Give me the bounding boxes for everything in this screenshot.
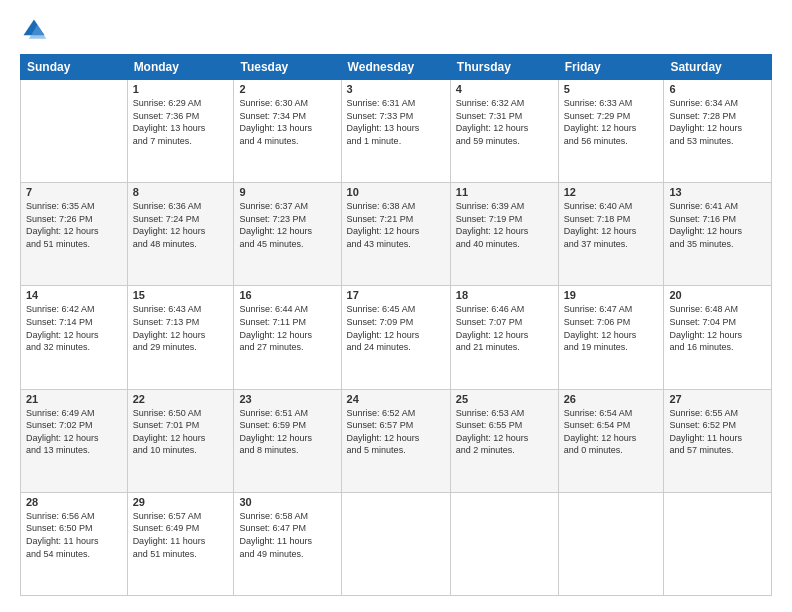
day-info: Sunrise: 6:52 AM Sunset: 6:57 PM Dayligh…	[347, 407, 445, 457]
logo-icon	[20, 16, 48, 44]
calendar-cell: 22Sunrise: 6:50 AM Sunset: 7:01 PM Dayli…	[127, 389, 234, 492]
day-number: 16	[239, 289, 335, 301]
calendar-cell: 18Sunrise: 6:46 AM Sunset: 7:07 PM Dayli…	[450, 286, 558, 389]
calendar-cell: 13Sunrise: 6:41 AM Sunset: 7:16 PM Dayli…	[664, 183, 772, 286]
day-info: Sunrise: 6:36 AM Sunset: 7:24 PM Dayligh…	[133, 200, 229, 250]
day-number: 30	[239, 496, 335, 508]
day-number: 14	[26, 289, 122, 301]
day-info: Sunrise: 6:51 AM Sunset: 6:59 PM Dayligh…	[239, 407, 335, 457]
calendar-cell: 3Sunrise: 6:31 AM Sunset: 7:33 PM Daylig…	[341, 80, 450, 183]
calendar-cell: 19Sunrise: 6:47 AM Sunset: 7:06 PM Dayli…	[558, 286, 664, 389]
calendar-cell: 20Sunrise: 6:48 AM Sunset: 7:04 PM Dayli…	[664, 286, 772, 389]
day-number: 1	[133, 83, 229, 95]
day-number: 27	[669, 393, 766, 405]
calendar-week-row: 28Sunrise: 6:56 AM Sunset: 6:50 PM Dayli…	[21, 492, 772, 595]
day-number: 5	[564, 83, 659, 95]
day-number: 4	[456, 83, 553, 95]
day-number: 22	[133, 393, 229, 405]
weekday-header: Friday	[558, 55, 664, 80]
calendar-cell	[21, 80, 128, 183]
day-number: 9	[239, 186, 335, 198]
day-info: Sunrise: 6:46 AM Sunset: 7:07 PM Dayligh…	[456, 303, 553, 353]
day-number: 12	[564, 186, 659, 198]
day-info: Sunrise: 6:38 AM Sunset: 7:21 PM Dayligh…	[347, 200, 445, 250]
day-number: 24	[347, 393, 445, 405]
day-number: 3	[347, 83, 445, 95]
day-number: 15	[133, 289, 229, 301]
day-info: Sunrise: 6:54 AM Sunset: 6:54 PM Dayligh…	[564, 407, 659, 457]
header	[20, 16, 772, 44]
calendar-cell: 5Sunrise: 6:33 AM Sunset: 7:29 PM Daylig…	[558, 80, 664, 183]
calendar-cell: 9Sunrise: 6:37 AM Sunset: 7:23 PM Daylig…	[234, 183, 341, 286]
day-number: 20	[669, 289, 766, 301]
calendar-cell	[341, 492, 450, 595]
calendar-cell: 11Sunrise: 6:39 AM Sunset: 7:19 PM Dayli…	[450, 183, 558, 286]
calendar-cell: 27Sunrise: 6:55 AM Sunset: 6:52 PM Dayli…	[664, 389, 772, 492]
calendar-cell: 24Sunrise: 6:52 AM Sunset: 6:57 PM Dayli…	[341, 389, 450, 492]
day-info: Sunrise: 6:45 AM Sunset: 7:09 PM Dayligh…	[347, 303, 445, 353]
calendar-cell: 4Sunrise: 6:32 AM Sunset: 7:31 PM Daylig…	[450, 80, 558, 183]
day-number: 6	[669, 83, 766, 95]
calendar-cell: 7Sunrise: 6:35 AM Sunset: 7:26 PM Daylig…	[21, 183, 128, 286]
calendar-cell: 10Sunrise: 6:38 AM Sunset: 7:21 PM Dayli…	[341, 183, 450, 286]
day-info: Sunrise: 6:32 AM Sunset: 7:31 PM Dayligh…	[456, 97, 553, 147]
day-info: Sunrise: 6:29 AM Sunset: 7:36 PM Dayligh…	[133, 97, 229, 147]
day-info: Sunrise: 6:56 AM Sunset: 6:50 PM Dayligh…	[26, 510, 122, 560]
calendar-cell	[558, 492, 664, 595]
day-number: 23	[239, 393, 335, 405]
calendar-cell: 14Sunrise: 6:42 AM Sunset: 7:14 PM Dayli…	[21, 286, 128, 389]
calendar-week-row: 21Sunrise: 6:49 AM Sunset: 7:02 PM Dayli…	[21, 389, 772, 492]
day-number: 13	[669, 186, 766, 198]
day-info: Sunrise: 6:53 AM Sunset: 6:55 PM Dayligh…	[456, 407, 553, 457]
weekday-header: Monday	[127, 55, 234, 80]
day-info: Sunrise: 6:33 AM Sunset: 7:29 PM Dayligh…	[564, 97, 659, 147]
weekday-header: Saturday	[664, 55, 772, 80]
day-info: Sunrise: 6:37 AM Sunset: 7:23 PM Dayligh…	[239, 200, 335, 250]
calendar-cell: 29Sunrise: 6:57 AM Sunset: 6:49 PM Dayli…	[127, 492, 234, 595]
calendar-header-row: SundayMondayTuesdayWednesdayThursdayFrid…	[21, 55, 772, 80]
day-number: 19	[564, 289, 659, 301]
calendar-week-row: 14Sunrise: 6:42 AM Sunset: 7:14 PM Dayli…	[21, 286, 772, 389]
calendar-cell: 6Sunrise: 6:34 AM Sunset: 7:28 PM Daylig…	[664, 80, 772, 183]
day-info: Sunrise: 6:44 AM Sunset: 7:11 PM Dayligh…	[239, 303, 335, 353]
day-number: 25	[456, 393, 553, 405]
day-info: Sunrise: 6:55 AM Sunset: 6:52 PM Dayligh…	[669, 407, 766, 457]
day-number: 8	[133, 186, 229, 198]
calendar-cell	[450, 492, 558, 595]
calendar-cell: 15Sunrise: 6:43 AM Sunset: 7:13 PM Dayli…	[127, 286, 234, 389]
day-number: 26	[564, 393, 659, 405]
day-info: Sunrise: 6:50 AM Sunset: 7:01 PM Dayligh…	[133, 407, 229, 457]
page: SundayMondayTuesdayWednesdayThursdayFrid…	[0, 0, 792, 612]
day-info: Sunrise: 6:35 AM Sunset: 7:26 PM Dayligh…	[26, 200, 122, 250]
day-info: Sunrise: 6:58 AM Sunset: 6:47 PM Dayligh…	[239, 510, 335, 560]
calendar-cell: 12Sunrise: 6:40 AM Sunset: 7:18 PM Dayli…	[558, 183, 664, 286]
day-number: 29	[133, 496, 229, 508]
day-number: 18	[456, 289, 553, 301]
calendar-cell: 30Sunrise: 6:58 AM Sunset: 6:47 PM Dayli…	[234, 492, 341, 595]
day-info: Sunrise: 6:43 AM Sunset: 7:13 PM Dayligh…	[133, 303, 229, 353]
day-number: 7	[26, 186, 122, 198]
logo	[20, 16, 52, 44]
day-number: 17	[347, 289, 445, 301]
calendar-cell: 8Sunrise: 6:36 AM Sunset: 7:24 PM Daylig…	[127, 183, 234, 286]
weekday-header: Thursday	[450, 55, 558, 80]
calendar-cell: 16Sunrise: 6:44 AM Sunset: 7:11 PM Dayli…	[234, 286, 341, 389]
calendar-cell: 26Sunrise: 6:54 AM Sunset: 6:54 PM Dayli…	[558, 389, 664, 492]
calendar-cell: 2Sunrise: 6:30 AM Sunset: 7:34 PM Daylig…	[234, 80, 341, 183]
calendar-week-row: 1Sunrise: 6:29 AM Sunset: 7:36 PM Daylig…	[21, 80, 772, 183]
day-info: Sunrise: 6:48 AM Sunset: 7:04 PM Dayligh…	[669, 303, 766, 353]
weekday-header: Wednesday	[341, 55, 450, 80]
day-number: 2	[239, 83, 335, 95]
day-number: 21	[26, 393, 122, 405]
day-info: Sunrise: 6:49 AM Sunset: 7:02 PM Dayligh…	[26, 407, 122, 457]
day-info: Sunrise: 6:42 AM Sunset: 7:14 PM Dayligh…	[26, 303, 122, 353]
calendar-cell	[664, 492, 772, 595]
calendar-cell: 25Sunrise: 6:53 AM Sunset: 6:55 PM Dayli…	[450, 389, 558, 492]
calendar-cell: 17Sunrise: 6:45 AM Sunset: 7:09 PM Dayli…	[341, 286, 450, 389]
day-info: Sunrise: 6:47 AM Sunset: 7:06 PM Dayligh…	[564, 303, 659, 353]
day-info: Sunrise: 6:30 AM Sunset: 7:34 PM Dayligh…	[239, 97, 335, 147]
weekday-header: Tuesday	[234, 55, 341, 80]
day-info: Sunrise: 6:41 AM Sunset: 7:16 PM Dayligh…	[669, 200, 766, 250]
day-info: Sunrise: 6:39 AM Sunset: 7:19 PM Dayligh…	[456, 200, 553, 250]
weekday-header: Sunday	[21, 55, 128, 80]
